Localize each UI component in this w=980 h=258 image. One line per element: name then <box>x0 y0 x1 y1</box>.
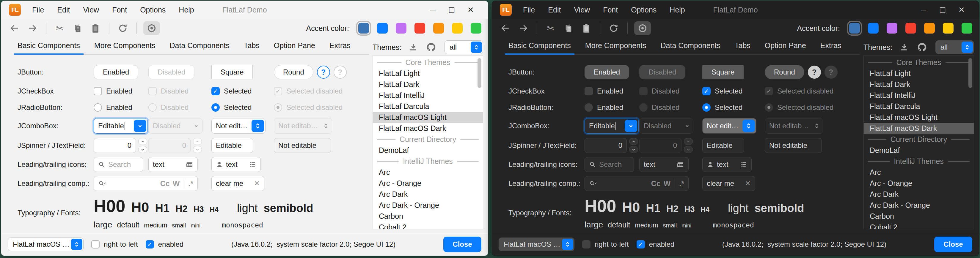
text-input-calendar[interactable]: text <box>639 157 689 172</box>
enabled-checkbox[interactable]: ✓ enabled <box>636 240 675 249</box>
checkbox-icon[interactable] <box>585 87 593 95</box>
theme-list-item[interactable]: FlatLaf Dark <box>864 79 974 90</box>
cut-button[interactable]: ✂ <box>544 21 557 35</box>
accent-swatch-green[interactable] <box>962 23 972 33</box>
tab-data-components[interactable]: Data Components <box>660 41 721 54</box>
tab-extras[interactable]: Extras <box>329 41 350 54</box>
clearable-input[interactable]: clear me ✕ <box>702 176 755 191</box>
theme-list-item[interactable]: FlatLaf macOS Light <box>864 112 974 123</box>
tab-tabs[interactable]: Tabs <box>735 41 751 54</box>
chevron-down-icon[interactable] <box>134 120 146 132</box>
theme-list-item[interactable]: FlatLaf IntelliJ <box>373 90 483 101</box>
tab-more-components[interactable]: More Components <box>585 41 646 54</box>
theme-list-item[interactable]: Arc - Orange <box>373 178 483 189</box>
clearable-input[interactable]: clear me ✕ <box>212 176 264 191</box>
tab-basic-components[interactable]: Basic Components <box>508 41 571 54</box>
scrollbar-thumb[interactable] <box>969 58 972 88</box>
accent-swatch-blue[interactable] <box>868 23 878 33</box>
radio-selected[interactable]: Selected <box>702 103 765 112</box>
themes-list[interactable]: Core ThemesFlatLaf LightFlatLaf DarkFlat… <box>864 55 974 229</box>
accent-swatch-blue[interactable] <box>377 23 388 33</box>
enabled-checkbox[interactable]: ✓ enabled <box>146 240 183 249</box>
menu-item-file[interactable]: File <box>32 6 44 14</box>
search-input[interactable]: Search <box>94 157 143 172</box>
accent-swatch-yellow[interactable] <box>943 23 953 33</box>
checkbox-enabled[interactable]: Enabled <box>585 87 639 95</box>
maximize-button[interactable]: □ <box>933 3 952 17</box>
lookandfeel-combobox[interactable]: FlatLaf macOS Li... <box>8 237 84 251</box>
accent-swatch-yellow[interactable] <box>452 23 463 33</box>
accent-swatch-red[interactable] <box>414 23 425 33</box>
search-with-options-input[interactable]: Cc W .* <box>585 176 689 191</box>
checkbox-selected[interactable]: ✓Selected <box>212 87 274 95</box>
accent-swatch-orange[interactable] <box>924 23 935 33</box>
accent-swatch-red[interactable] <box>905 23 916 33</box>
theme-list-item[interactable]: Arc Dark <box>373 189 483 200</box>
minimize-button[interactable]: ─ <box>914 3 933 17</box>
radio-checked-icon[interactable] <box>702 103 711 112</box>
accent-swatch-green[interactable] <box>471 23 481 33</box>
menu-item-font[interactable]: Font <box>112 6 127 14</box>
github-button[interactable] <box>425 41 437 53</box>
tab-tabs[interactable]: Tabs <box>244 41 259 54</box>
square-button[interactable]: Square <box>212 65 253 79</box>
menu-item-options[interactable]: Options <box>631 6 657 14</box>
chevron-up-down-icon[interactable] <box>71 239 82 250</box>
text-input-user[interactable]: text <box>702 157 752 172</box>
theme-list-item[interactable]: FlatLaf IntelliJ <box>864 90 974 101</box>
spinner-enabled[interactable]: 0 <box>94 138 148 153</box>
theme-list-item[interactable]: FlatLaf macOS Dark <box>373 123 483 134</box>
github-button[interactable] <box>916 41 928 53</box>
checkbox-checked-icon[interactable]: ✓ <box>212 87 220 95</box>
search-input[interactable]: Search <box>585 157 634 172</box>
right-to-left-checkbox[interactable]: right-to-left <box>582 240 629 249</box>
tab-more-components[interactable]: More Components <box>94 41 156 54</box>
checkbox-icon[interactable] <box>91 240 100 249</box>
match-case-button[interactable]: Cc <box>651 179 661 188</box>
whole-word-button[interactable]: W <box>173 179 180 188</box>
theme-list-item[interactable]: Arc - Orange <box>864 178 974 189</box>
paste-button[interactable] <box>89 21 102 35</box>
enabled-button[interactable]: Enabled <box>585 65 629 79</box>
text-input-calendar[interactable]: text <box>148 157 198 172</box>
menu-item-help[interactable]: Help <box>179 6 194 14</box>
combobox-editable[interactable]: Editable <box>94 118 148 134</box>
checkbox-enabled[interactable]: Enabled <box>94 87 148 95</box>
round-button[interactable]: Round <box>765 65 804 79</box>
chevron-up-down-icon[interactable] <box>962 41 973 53</box>
accent-swatch-default[interactable] <box>358 23 369 33</box>
theme-list-item[interactable]: Carbon <box>864 211 974 222</box>
radio-enabled[interactable]: Enabled <box>585 103 639 112</box>
help-button[interactable]: ? <box>317 66 330 79</box>
regex-button[interactable]: .* <box>679 179 684 188</box>
checkbox-icon[interactable] <box>94 87 102 95</box>
spinner-down-button[interactable] <box>138 146 147 153</box>
scrollbar-thumb[interactable] <box>477 58 481 88</box>
checkbox-checked-icon[interactable]: ✓ <box>146 240 154 249</box>
chevron-up-down-icon[interactable] <box>743 120 755 132</box>
tab-data-components[interactable]: Data Components <box>169 41 229 54</box>
menu-item-edit[interactable]: Edit <box>548 6 561 14</box>
combobox-not-editable[interactable]: Not editable <box>212 118 266 134</box>
chevron-down-icon[interactable] <box>625 120 637 132</box>
lookandfeel-combobox[interactable]: FlatLaf macOS D... <box>499 237 574 251</box>
help-button[interactable]: ? <box>808 66 821 79</box>
theme-list-item[interactable]: DemoLaf <box>373 145 483 156</box>
search-with-options-input[interactable]: Cc W .* <box>94 176 198 191</box>
square-button[interactable]: Square <box>702 65 744 79</box>
download-button[interactable] <box>898 41 910 53</box>
tab-basic-components[interactable]: Basic Components <box>18 41 80 54</box>
accent-swatch-purple[interactable] <box>887 23 897 33</box>
theme-list-item[interactable]: Arc Dark <box>864 189 974 200</box>
theme-list-item[interactable]: DemoLaf <box>864 145 974 156</box>
menu-item-font[interactable]: Font <box>603 6 618 14</box>
regex-button[interactable]: .* <box>188 179 193 188</box>
theme-list-item[interactable]: FlatLaf Darcula <box>373 101 483 112</box>
refresh-button[interactable] <box>116 21 130 35</box>
menu-item-file[interactable]: File <box>523 6 535 14</box>
themes-list[interactable]: Core ThemesFlatLaf LightFlatLaf DarkFlat… <box>372 55 483 229</box>
close-button[interactable]: Close <box>934 237 972 252</box>
theme-list-item[interactable]: Arc <box>864 167 974 178</box>
refresh-button[interactable] <box>607 21 620 35</box>
menu-item-view[interactable]: View <box>574 6 590 14</box>
